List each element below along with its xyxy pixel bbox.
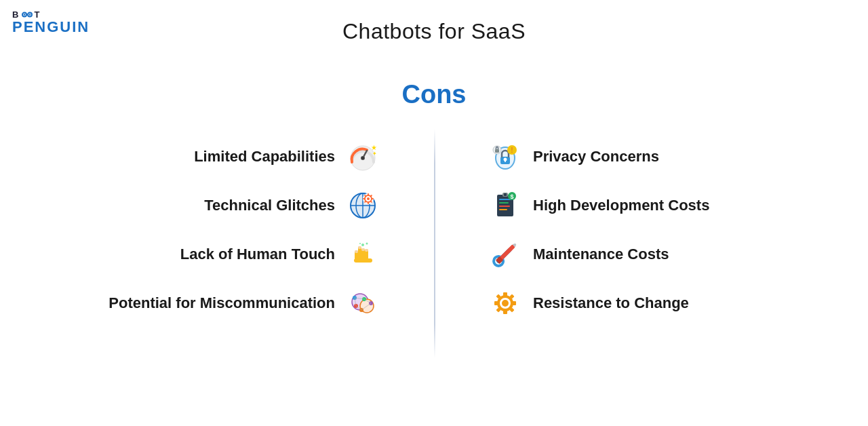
dev-costs-icon: $ [488, 189, 522, 222]
item-label: Limited Capabilities [194, 148, 335, 166]
svg-point-35 [361, 244, 364, 246]
svg-point-7 [361, 157, 364, 159]
svg-rect-34 [355, 250, 358, 253]
svg-text:$: $ [510, 193, 513, 200]
svg-rect-78 [512, 301, 516, 305]
privacy-concerns-icon: ! [488, 140, 522, 174]
list-item: Limited Capabilities ★ ✦ [194, 132, 380, 181]
svg-point-17 [367, 197, 370, 200]
item-label: Resistance to Change [533, 294, 689, 312]
svg-line-23 [371, 201, 372, 202]
svg-rect-30 [354, 258, 372, 263]
items-container: Limited Capabilities ★ ✦ Technical Glitc… [0, 132, 868, 328]
list-item: Potential for Miscommunication [108, 279, 380, 328]
svg-rect-32 [361, 248, 365, 251]
section-title: Cons [0, 80, 868, 109]
svg-rect-62 [499, 209, 507, 210]
item-label: Technical Glitches [204, 197, 335, 214]
item-label: Lack of Human Touch [180, 246, 335, 263]
item-label: Maintenance Costs [533, 246, 669, 263]
svg-point-3 [29, 14, 31, 15]
left-column: Limited Capabilities ★ ✦ Technical Glitc… [0, 132, 434, 328]
svg-rect-70 [499, 244, 515, 260]
svg-rect-57 [495, 149, 499, 153]
svg-rect-77 [494, 301, 498, 305]
svg-rect-60 [499, 202, 509, 204]
human-touch-icon [346, 237, 380, 271]
svg-rect-61 [499, 206, 510, 207]
technical-glitches-icon [346, 189, 380, 222]
list-item: ! Privacy Concerns [488, 132, 659, 181]
maintenance-costs-icon [488, 237, 522, 271]
item-label: High Development Costs [533, 197, 709, 214]
svg-text:✦: ✦ [372, 151, 377, 157]
svg-rect-33 [365, 249, 368, 252]
svg-point-2 [24, 14, 25, 15]
svg-rect-64 [504, 193, 507, 196]
resistance-to-change-icon [488, 286, 522, 320]
item-label: Potential for Miscommunication [108, 294, 335, 312]
svg-line-22 [365, 195, 366, 196]
svg-point-36 [366, 243, 368, 245]
right-column: ! Privacy Concerns [434, 132, 868, 328]
svg-rect-75 [503, 292, 507, 296]
svg-rect-53 [505, 159, 506, 162]
item-label: Privacy Concerns [533, 148, 659, 166]
svg-rect-31 [358, 246, 361, 249]
list-item: Technical Glitches [204, 181, 380, 230]
svg-line-25 [371, 195, 372, 196]
svg-line-24 [365, 201, 366, 202]
svg-text:!: ! [511, 147, 513, 154]
limited-capabilities-icon: ★ ✦ [346, 140, 380, 174]
svg-point-74 [502, 300, 509, 307]
miscommunication-icon [346, 286, 380, 320]
list-item: $ High Development Costs [488, 181, 709, 230]
list-item: Resistance to Change [488, 279, 689, 328]
svg-rect-76 [503, 310, 507, 314]
page-title: Chatbots for SaaS [0, 19, 868, 44]
svg-point-37 [359, 243, 361, 244]
list-item: Lack of Human Touch [180, 230, 380, 279]
list-item: Maintenance Costs [488, 230, 669, 279]
